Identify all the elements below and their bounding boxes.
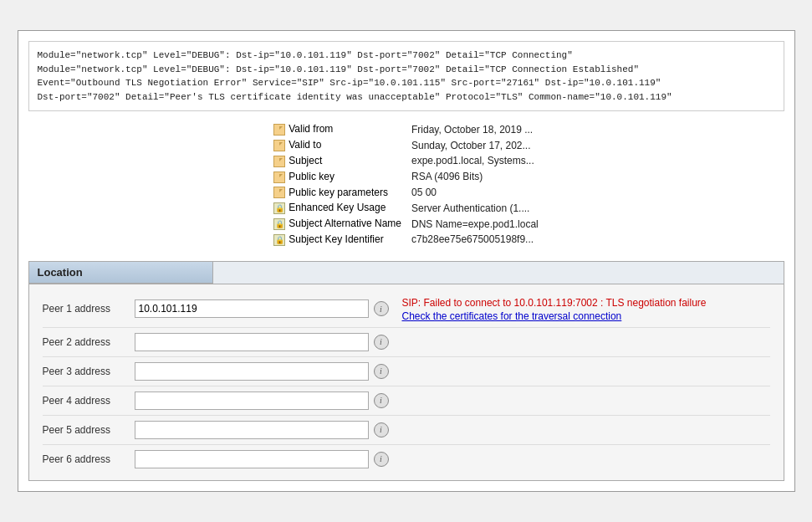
peer-label-3: Peer 3 address xyxy=(43,366,135,377)
peer-label-2: Peer 2 address xyxy=(43,336,135,348)
location-body: Peer 1 addressiSIP: Failed to connect to… xyxy=(29,284,784,480)
peer-label-6: Peer 6 address xyxy=(43,453,135,465)
cert-label-0: Valid from xyxy=(268,121,406,137)
peer-row-3: Peer 3 addressi xyxy=(43,357,770,386)
info-button-1[interactable]: i xyxy=(374,301,389,316)
cert-field-value: 05 00 xyxy=(406,185,544,201)
cert-field-value: c7b28ee75e675005198f9... xyxy=(406,232,544,248)
cert-row: Subject Alternative NameDNS Name=expe.po… xyxy=(268,216,544,232)
location-section: Location Peer 1 addressiSIP: Failed to c… xyxy=(28,261,784,481)
cert-label-7: Subject Key Identifier xyxy=(268,232,406,248)
location-title: Location xyxy=(29,262,213,284)
cert-icon xyxy=(273,218,285,230)
location-header-row: Location xyxy=(29,262,784,284)
cert-field-value: expe.pod1.local, Systems... xyxy=(406,153,544,169)
cert-icon xyxy=(273,202,285,214)
cert-label-5: Enhanced Key Usage xyxy=(268,200,406,216)
doc-icon xyxy=(273,187,285,198)
peer-input-2[interactable] xyxy=(135,333,369,351)
cert-row: Valid toSunday, October 17, 202... xyxy=(268,137,544,153)
doc-icon xyxy=(273,156,285,167)
peer-row-5: Peer 5 addressi xyxy=(43,416,770,445)
cert-field-value: Sunday, October 17, 202... xyxy=(406,137,544,153)
log-line-4: Dst-port="7002" Detail="Peer's TLS certi… xyxy=(38,90,775,105)
cert-table: Valid fromFriday, October 18, 2019 ...Va… xyxy=(268,121,544,248)
cert-field-value: RSA (4096 Bits) xyxy=(406,169,544,185)
log-line-1: Module="network.tcp" Level="DEBUG": Dst-… xyxy=(38,49,775,63)
log-line-2: Module="network.tcp" Level="DEBUG": Dst-… xyxy=(38,63,775,77)
cert-field-label: Enhanced Key Usage xyxy=(289,202,386,213)
cert-field-label: Public key parameters xyxy=(289,187,388,198)
doc-icon xyxy=(273,140,285,151)
cert-field-label: Subject Key Identifier xyxy=(289,233,383,245)
log-line-3: Event="Outbound TLS Negotiation Error" S… xyxy=(38,76,775,90)
peer-row-1: Peer 1 addressiSIP: Failed to connect to… xyxy=(43,291,770,328)
error-text: SIP: Failed to connect to 10.0.101.119:7… xyxy=(402,297,707,309)
cert-label-3: Public key xyxy=(268,169,406,185)
info-button-2[interactable]: i xyxy=(374,335,389,350)
cert-label-2: Subject xyxy=(268,153,406,169)
peer-input-1[interactable] xyxy=(135,299,369,318)
cert-field-label: Valid from xyxy=(289,123,333,135)
cert-field-value: Server Authentication (1.... xyxy=(406,200,544,216)
cert-icon xyxy=(273,234,285,246)
main-container: Module="network.tcp" Level="DEBUG": Dst-… xyxy=(18,30,795,491)
cert-field-value: Friday, October 18, 2019 ... xyxy=(406,121,544,137)
peer-row-4: Peer 4 addressi xyxy=(43,386,770,416)
peer-input-5[interactable] xyxy=(135,421,369,439)
peer-label-5: Peer 5 address xyxy=(43,424,135,436)
info-button-3[interactable]: i xyxy=(374,364,389,379)
cert-row: Subject Key Identifierc7b28ee75e67500519… xyxy=(268,232,544,248)
error-section: SIP: Failed to connect to 10.0.101.119:7… xyxy=(402,296,770,322)
peer-input-4[interactable] xyxy=(135,392,369,410)
cert-field-label: Subject xyxy=(289,155,322,166)
cert-label-1: Valid to xyxy=(268,137,406,153)
peer-row-2: Peer 2 addressi xyxy=(43,328,770,357)
peer-row-6: Peer 6 addressi xyxy=(43,445,770,473)
cert-table-container: Valid fromFriday, October 18, 2019 ...Va… xyxy=(28,121,784,248)
cert-label-4: Public key parameters xyxy=(268,185,406,201)
error-link[interactable]: Check the certificates for the traversal… xyxy=(402,310,770,322)
cert-field-label: Subject Alternative Name xyxy=(289,218,401,229)
peer-label-4: Peer 4 address xyxy=(43,395,135,407)
peer-input-6[interactable] xyxy=(135,450,369,468)
cert-row: Public keyRSA (4096 Bits) xyxy=(268,169,544,185)
cert-field-label: Valid to xyxy=(289,139,321,151)
doc-icon xyxy=(273,124,285,136)
cert-field-label: Public key xyxy=(289,171,335,182)
info-button-5[interactable]: i xyxy=(374,422,389,438)
log-section: Module="network.tcp" Level="DEBUG": Dst-… xyxy=(28,41,784,111)
cert-row: Public key parameters05 00 xyxy=(268,185,544,201)
info-button-6[interactable]: i xyxy=(374,452,389,467)
peer-label-1: Peer 1 address xyxy=(43,303,135,315)
doc-icon xyxy=(273,171,285,183)
peer-input-3[interactable] xyxy=(135,362,369,381)
cert-row: Subjectexpe.pod1.local, Systems... xyxy=(268,153,544,169)
cert-row: Enhanced Key UsageServer Authentication … xyxy=(268,200,544,216)
info-button-4[interactable]: i xyxy=(374,393,389,408)
cert-row: Valid fromFriday, October 18, 2019 ... xyxy=(268,121,544,137)
cert-field-value: DNS Name=expe.pod1.local xyxy=(406,216,544,232)
cert-label-6: Subject Alternative Name xyxy=(268,216,406,232)
